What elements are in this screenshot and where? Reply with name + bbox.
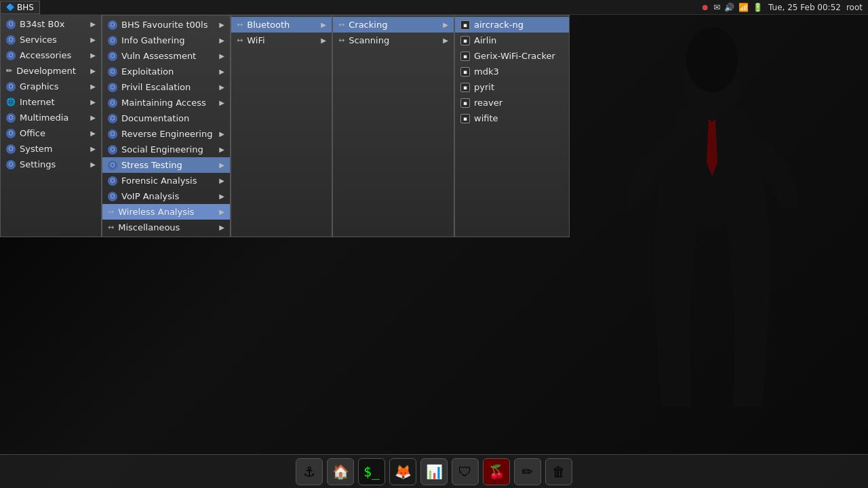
taskbar: 🔷 BHS ⏺ ✉ 🔊 📶 🔋 Tue, 25 Feb 00:52 root (0, 0, 868, 15)
menu-item-multimedia[interactable]: ⬡ Multimedia ▶ (1, 110, 101, 125)
wireless-arrow: ▶ (219, 208, 224, 216)
dock-shield[interactable]: 🛡 (452, 458, 479, 485)
social-label: Social Engineering (121, 144, 203, 155)
dock-firefox[interactable]: 🦊 (389, 458, 416, 485)
office-label: Office (20, 128, 45, 138)
menu-item-accessories[interactable]: ⬡ Accessories ▶ (1, 47, 101, 63)
graphics-icon: ⬡ (6, 82, 16, 92)
accessories-icon: ⬡ (6, 51, 16, 60)
maintaining-arrow: ▶ (219, 99, 224, 106)
aircrack-label: aircrack-ng (474, 20, 524, 30)
fav-tools-arrow: ▶ (219, 21, 224, 28)
menu-item-graphics[interactable]: ⬡ Graphics ▶ (1, 79, 101, 94)
menu-item-reverse[interactable]: ⬡ Reverse Engineering ▶ (102, 126, 230, 142)
wifite-label: wifite (474, 113, 498, 123)
info-arrow: ▶ (219, 37, 224, 44)
reaver-icon: ▪ (460, 98, 470, 108)
menu-item-documentation[interactable]: ⬡ Documentation (102, 110, 230, 126)
wireless-label: Wireless Analysis (118, 207, 194, 217)
b34st-icon: ⬡ (6, 20, 16, 29)
menu-item-mdk3[interactable]: ▪ mdk3 (455, 64, 569, 79)
cracking-submenu: ▪ aircrack-ng ▪ Airlin ▪ Gerix-WiFi-Crac… (454, 15, 570, 237)
menu-item-internet[interactable]: 🌐 Internet ▶ (1, 94, 101, 110)
mdk3-icon: ▪ (460, 67, 470, 77)
internet-label: Internet (20, 97, 55, 107)
datetime-display: Tue, 25 Feb 00:52 (768, 3, 841, 12)
menu-item-wifite[interactable]: ▪ wifite (455, 110, 569, 126)
dock: ⚓ 🏠 $_ 🦊 📊 🛡 🍒 ✏ 🗑 (0, 454, 868, 488)
menu-item-privil[interactable]: ⬡ Privil Escalation ▶ (102, 79, 230, 95)
privil-icon: ⬡ (108, 83, 117, 92)
dock-anchor[interactable]: ⚓ (296, 458, 323, 485)
dock-pen[interactable]: ✏ (514, 458, 541, 485)
menu-item-office[interactable]: ⬡ Office ▶ (1, 125, 101, 141)
development-label: Development (16, 66, 76, 76)
settings-arrow: ▶ (90, 161, 96, 168)
main-menu: ⬡ B34st B0x ▶ ⬡ Services ▶ ⬡ Accessories… (0, 15, 102, 237)
dock-trash[interactable]: 🗑 (545, 458, 572, 485)
dock-home[interactable]: 🏠 (327, 458, 354, 485)
menu-item-vuln[interactable]: ⬡ Vuln Assessment ▶ (102, 48, 230, 64)
aircrack-icon: ▪ (460, 20, 470, 30)
taskbar-bhs-button[interactable]: 🔷 BHS (0, 1, 40, 14)
menu-item-cracking[interactable]: ↔ Cracking ▶ (333, 17, 454, 33)
office-icon: ⬡ (6, 129, 16, 138)
menu-item-development[interactable]: ✏ Development ▶ (1, 63, 101, 79)
bhs-label: BHS (17, 3, 34, 12)
menu-item-forensic[interactable]: ⬡ Forensic Analysis ▶ (102, 173, 230, 188)
development-arrow: ▶ (90, 67, 96, 75)
maintaining-label: Maintaining Access (121, 98, 206, 108)
mail-icon: ✉ (713, 3, 720, 12)
stress-label: Stress Testing (121, 160, 182, 170)
scanning-icon: ↔ (338, 36, 344, 45)
menu-item-info-gathering[interactable]: ⬡ Info Gathering ▶ (102, 33, 230, 48)
menu-item-misc[interactable]: ↔ Miscellaneous ▶ (102, 220, 230, 235)
menu-item-scanning[interactable]: ↔ Scanning ▶ (333, 33, 454, 48)
pyrit-icon: ▪ (460, 83, 470, 92)
vuln-arrow: ▶ (219, 52, 224, 60)
silhouette (610, 14, 814, 461)
menu-item-social[interactable]: ⬡ Social Engineering ▶ (102, 142, 230, 157)
menu-item-b34st[interactable]: ⬡ B34st B0x ▶ (1, 16, 101, 32)
dock-chart[interactable]: 📊 (420, 458, 448, 485)
menu-item-bluetooth[interactable]: ↔ Bluetooth ▶ (231, 17, 332, 33)
menu-item-pyrit[interactable]: ▪ pyrit (455, 79, 569, 95)
dock-cherry[interactable]: 🍒 (483, 458, 510, 485)
menu-item-gerix[interactable]: ▪ Gerix-WiFi-Cracker (455, 48, 569, 64)
menu-item-services[interactable]: ⬡ Services ▶ (1, 32, 101, 47)
menu-item-reaver[interactable]: ▪ reaver (455, 95, 569, 110)
dock-terminal[interactable]: $_ (358, 458, 385, 485)
doc-label: Documentation (121, 113, 189, 123)
menu-item-fav-tools[interactable]: ⬡ BHS Favourite t00ls ▶ (102, 17, 230, 33)
menu-item-wireless[interactable]: ↔ Wireless Analysis ▶ (102, 204, 230, 220)
bhs-icon: 🔷 (6, 3, 14, 11)
cracking-label: Cracking (349, 20, 387, 30)
gerix-icon: ▪ (460, 52, 470, 61)
misc-label: Miscellaneous (118, 222, 180, 232)
menu-item-settings[interactable]: ⬡ Settings ▶ (1, 157, 101, 172)
menu-item-exploitation[interactable]: ⬡ Exploitation ▶ (102, 64, 230, 79)
user-display: root (846, 3, 863, 12)
mdk3-label: mdk3 (474, 66, 499, 77)
privil-label: Privil Escalation (121, 82, 191, 92)
wifi-submenu: ↔ Cracking ▶ ↔ Scanning ▶ (332, 15, 454, 237)
voip-arrow: ▶ (219, 192, 224, 200)
wifi-arrow: ▶ (321, 37, 326, 44)
menu-item-stress[interactable]: ⬡ Stress Testing ▶ (102, 157, 230, 173)
cracking-icon: ↔ (338, 20, 344, 29)
pyrit-label: pyrit (474, 82, 494, 92)
multimedia-icon: ⬡ (6, 113, 16, 123)
menu-item-airlin[interactable]: ▪ Airlin (455, 33, 569, 48)
menu-item-voip[interactable]: ⬡ VoIP Analysis ▶ (102, 188, 230, 204)
volume-icon: 🔊 (724, 3, 734, 12)
record-icon: ⏺ (701, 3, 709, 12)
menu-item-maintaining[interactable]: ⬡ Maintaining Access ▶ (102, 95, 230, 110)
menu-item-aircrack[interactable]: ▪ aircrack-ng (455, 17, 569, 33)
graphics-label: Graphics (20, 81, 58, 92)
voip-icon: ⬡ (108, 192, 117, 201)
voip-label: VoIP Analysis (121, 191, 179, 201)
airlin-label: Airlin (474, 35, 496, 45)
menu-item-system[interactable]: ⬡ System ▶ (1, 141, 101, 157)
system-icon: ⬡ (6, 144, 16, 154)
menu-item-wifi[interactable]: ↔ WiFi ▶ (231, 33, 332, 48)
